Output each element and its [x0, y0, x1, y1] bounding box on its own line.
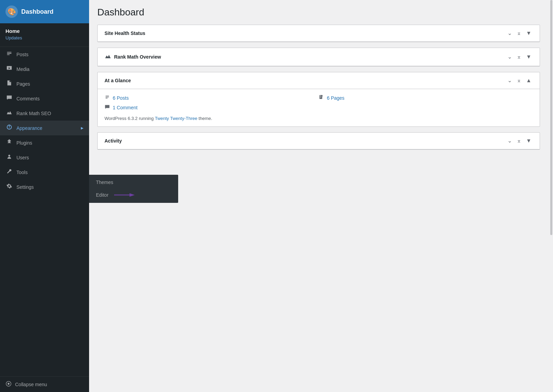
- sidebar: 🎨 Dashboard Home Updates Posts Media Pag…: [0, 0, 89, 392]
- rank-math-panel-icon: [105, 53, 111, 61]
- sidebar-item-rank-math-seo[interactable]: Rank Math SEO: [0, 106, 89, 121]
- site-health-panel: Site Health Status ⌄ ⌅ ▼: [97, 25, 540, 42]
- glance-comments-item: 1 Comment: [105, 104, 319, 111]
- at-a-glance-up-button[interactable]: ⌄: [506, 77, 513, 84]
- wp-version-text: WordPress 6.3.2 running Twenty Twenty-Th…: [105, 116, 533, 121]
- rank-math-toggle-button[interactable]: ▼: [525, 53, 533, 60]
- glance-posts-item: 6 Posts: [105, 95, 319, 101]
- site-health-down-button[interactable]: ⌅: [515, 30, 523, 37]
- sidebar-item-rank-math-label: Rank Math SEO: [16, 111, 51, 116]
- site-health-toggle-button[interactable]: ▼: [525, 30, 533, 37]
- plugins-icon: [5, 139, 13, 147]
- sidebar-item-settings[interactable]: Settings: [0, 180, 89, 194]
- themes-label: Themes: [96, 180, 113, 185]
- at-a-glance-header: At a Glance ⌄ ⌅ ▲: [98, 72, 540, 89]
- sidebar-item-plugins[interactable]: Plugins: [0, 135, 89, 150]
- at-a-glance-down-button[interactable]: ⌅: [515, 77, 523, 84]
- glance-pages-icon: [319, 95, 324, 101]
- at-a-glance-title: At a Glance: [105, 78, 131, 83]
- rank-math-icon: [5, 109, 13, 117]
- appearance-submenu-arrow: ▶: [81, 126, 84, 130]
- svg-rect-9: [320, 97, 321, 98]
- scrollbar-thumb: [550, 0, 552, 235]
- svg-rect-8: [320, 97, 322, 97]
- settings-icon: [5, 183, 13, 191]
- activity-toggle-button[interactable]: ▼: [525, 137, 533, 144]
- sidebar-item-plugins-label: Plugins: [16, 140, 32, 146]
- sidebar-item-comments[interactable]: Comments: [0, 91, 89, 106]
- rank-math-up-button[interactable]: ⌄: [506, 53, 513, 60]
- glance-pages-link[interactable]: 6 Pages: [327, 95, 344, 101]
- tools-icon: [5, 168, 13, 176]
- scrollbar[interactable]: [548, 0, 553, 392]
- at-a-glance-body: 6 Posts 6 Pages 1 Comment: [98, 89, 540, 126]
- activity-controls: ⌄ ⌅ ▼: [506, 137, 533, 144]
- at-a-glance-toggle-button[interactable]: ▲: [525, 77, 533, 84]
- glance-stats-grid: 6 Posts 6 Pages 1 Comment: [105, 95, 533, 111]
- site-health-controls: ⌄ ⌅ ▼: [506, 30, 533, 37]
- glance-posts-icon: [105, 95, 110, 101]
- rank-math-controls: ⌄ ⌅ ▼: [506, 53, 533, 60]
- glance-comments-link[interactable]: 1 Comment: [113, 105, 137, 110]
- sidebar-item-appearance[interactable]: Appearance ▶: [0, 121, 89, 135]
- svg-rect-11: [321, 95, 322, 97]
- media-icon: [5, 65, 13, 73]
- site-health-header: Site Health Status ⌄ ⌅ ▼: [98, 25, 540, 42]
- rank-math-header: Rank Math Overview ⌄ ⌅ ▼: [98, 48, 540, 66]
- sidebar-item-appearance-label: Appearance: [16, 125, 42, 131]
- submenu-item-themes[interactable]: Themes: [89, 176, 178, 188]
- at-a-glance-panel: At a Glance ⌄ ⌅ ▲ 6 Posts: [97, 72, 540, 127]
- sidebar-item-tools-label: Tools: [16, 170, 28, 175]
- sidebar-item-comments-label: Comments: [16, 96, 40, 101]
- sidebar-header[interactable]: 🎨 Dashboard: [0, 0, 89, 23]
- activity-panel: Activity ⌄ ⌅ ▼: [97, 132, 540, 150]
- svg-marker-5: [130, 193, 135, 197]
- sidebar-item-users[interactable]: Users: [0, 150, 89, 165]
- posts-icon: [5, 50, 13, 58]
- rank-math-overview-panel: Rank Math Overview ⌄ ⌅ ▼: [97, 48, 540, 66]
- appearance-icon: [5, 124, 13, 132]
- sidebar-item-media[interactable]: Media: [0, 62, 89, 76]
- submenu-item-editor[interactable]: Editor: [89, 188, 178, 201]
- activity-up-button[interactable]: ⌄: [506, 137, 513, 144]
- sidebar-item-posts[interactable]: Posts: [0, 47, 89, 62]
- rank-math-title: Rank Math Overview: [105, 53, 161, 61]
- editor-arrow-icon: [114, 192, 135, 198]
- theme-link[interactable]: Twenty Twenty-Three: [155, 116, 197, 121]
- glance-pages-item: 6 Pages: [319, 95, 533, 101]
- sidebar-item-tools[interactable]: Tools: [0, 165, 89, 180]
- users-icon: [5, 154, 13, 161]
- collapse-label: Collapse menu: [15, 382, 47, 387]
- sidebar-item-media-label: Media: [16, 66, 29, 72]
- sidebar-item-users-label: Users: [16, 155, 29, 160]
- page-title: Dashboard: [97, 7, 540, 18]
- at-a-glance-controls: ⌄ ⌅ ▲: [506, 77, 533, 84]
- site-health-up-button[interactable]: ⌄: [506, 30, 513, 37]
- svg-point-3: [8, 383, 9, 384]
- activity-title: Activity: [105, 138, 122, 144]
- appearance-submenu: Themes Editor: [89, 175, 178, 203]
- sidebar-item-home[interactable]: Home: [0, 27, 89, 35]
- glance-comments-icon: [105, 104, 110, 111]
- sidebar-item-pages[interactable]: Pages: [0, 76, 89, 91]
- sidebar-item-updates[interactable]: Updates: [0, 35, 89, 43]
- glance-posts-link[interactable]: 6 Posts: [113, 95, 129, 101]
- sidebar-title: Dashboard: [21, 8, 53, 15]
- editor-label: Editor: [96, 192, 109, 198]
- activity-down-button[interactable]: ⌅: [515, 137, 523, 144]
- pages-icon: [5, 80, 13, 88]
- home-updates-group: Home Updates: [0, 23, 89, 47]
- rank-math-down-button[interactable]: ⌅: [515, 53, 523, 60]
- svg-point-1: [8, 155, 10, 157]
- collapse-icon: [5, 381, 12, 388]
- site-health-title: Site Health Status: [105, 30, 145, 36]
- collapse-menu-button[interactable]: Collapse menu: [0, 376, 89, 392]
- comments-icon: [5, 95, 13, 102]
- sidebar-item-pages-label: Pages: [16, 81, 30, 87]
- sidebar-item-settings-label: Settings: [16, 184, 34, 190]
- nav-items: Posts Media Pages Comments Rank Math SEO: [0, 47, 89, 194]
- wp-logo: 🎨: [5, 5, 18, 18]
- sidebar-item-posts-label: Posts: [16, 52, 28, 57]
- activity-header: Activity ⌄ ⌅ ▼: [98, 133, 540, 149]
